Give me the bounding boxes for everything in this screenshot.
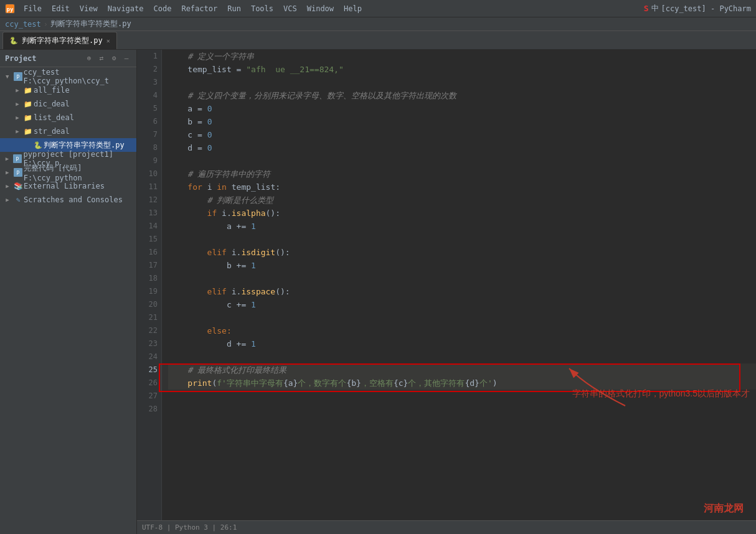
- code-line-8: d = 0: [168, 141, 756, 154]
- annotation-area: 字符串的格式化打印，python3.5以后的版本才: [572, 337, 750, 400]
- tree-arrow-list-deal: ▶: [12, 115, 22, 121]
- ln-11: 11: [141, 180, 158, 194]
- cursor-position: UTF-8 | Python 3 | 26:1: [142, 523, 237, 532]
- code-line-20: c += 1: [168, 298, 756, 311]
- ln-26: 26: [141, 377, 158, 390]
- tree-label-judge: 判断字符串字符类型.py: [44, 140, 125, 151]
- sidebar-tree: ▼ P ccy_test F:\ccy_python\ccy_t ▶ 📁 all…: [0, 67, 136, 534]
- breadcrumb-sep: ›: [44, 20, 48, 29]
- project-icon: P: [12, 72, 24, 81]
- tree-arrow-str-deal: ▶: [12, 128, 22, 134]
- tree-label-complete: 完整代码 [代码] F:\ccy_python: [24, 163, 136, 182]
- project-icon-pyproject: P: [12, 154, 23, 163]
- sidebar-add-button[interactable]: ⊕: [84, 54, 94, 63]
- tab-label: 判断字符串字符类型.py: [22, 35, 103, 46]
- menu-vcs[interactable]: VCS: [278, 0, 302, 17]
- tree-item-ccy-test[interactable]: ▼ P ccy_test F:\ccy_python\ccy_t: [0, 70, 136, 83]
- ln-3: 3: [141, 76, 158, 89]
- ime-indicator: 中: [651, 3, 659, 14]
- title-text: [ccy_test] - PyCharm: [661, 4, 752, 13]
- ln-25: 25: [141, 363, 158, 377]
- menu-code[interactable]: Code: [149, 0, 177, 17]
- code-line-15: [168, 233, 756, 246]
- ext-libs-icon: 📚: [12, 182, 24, 190]
- menu-refactor[interactable]: Refactor: [176, 0, 222, 17]
- code-line-4: # 定义四个变量，分别用来记录字母、数字、空格以及其他字符出现的次数: [168, 89, 756, 102]
- code-lines-container[interactable]: # 定义一个字符串 temp_list = "afh ue __21==824,…: [162, 50, 756, 520]
- sidebar: Project ⊕ ⇄ ⚙ — ▼ P ccy_test F:\ccy_pyth…: [0, 50, 137, 534]
- tab-judge-file[interactable]: 🐍 判断字符串字符类型.py ✕: [2, 32, 117, 49]
- ln-17: 17: [141, 259, 158, 272]
- ln-6: 6: [141, 115, 158, 128]
- code-line-2: temp_list = "afh ue __21==824,": [168, 63, 756, 76]
- ln-4: 4: [141, 89, 158, 102]
- sidebar-sync-button[interactable]: ⇄: [97, 54, 106, 63]
- project-icon-complete: P: [12, 168, 24, 177]
- code-line-1: # 定义一个字符串: [168, 50, 756, 63]
- code-line-7: c = 0: [168, 128, 756, 141]
- tree-item-all-file[interactable]: ▶ 📁 all_file: [0, 83, 136, 97]
- tree-item-complete-code[interactable]: ▶ P 完整代码 [代码] F:\ccy_python: [0, 166, 136, 179]
- ln-1: 1: [141, 50, 158, 63]
- breadcrumb-project[interactable]: ccy_test: [5, 20, 41, 29]
- ln-16: 16: [141, 246, 158, 259]
- title-bar-right: S 中 [ccy_test] - PyCharm: [644, 3, 751, 14]
- code-line-5: a = 0: [168, 102, 756, 115]
- menu-help[interactable]: Help: [339, 0, 367, 17]
- menu-tools[interactable]: Tools: [246, 0, 278, 17]
- menu-window[interactable]: Window: [302, 0, 339, 17]
- ln-8: 8: [141, 141, 158, 154]
- ln-2: 2: [141, 63, 158, 76]
- sidebar-collapse-button[interactable]: —: [121, 54, 131, 63]
- menu-view[interactable]: View: [75, 0, 103, 17]
- tree-label-ext-libs: External Libraries: [24, 182, 105, 190]
- annotation-arrow: [563, 362, 638, 412]
- svg-text:P: P: [16, 75, 19, 80]
- menu-navigate[interactable]: Navigate: [103, 0, 149, 17]
- code-line-9: [168, 154, 756, 167]
- menu-edit[interactable]: Edit: [47, 0, 75, 17]
- sidebar-settings-button[interactable]: ⚙: [109, 54, 119, 63]
- tree-item-dic-deal[interactable]: ▶ 📁 dic_deal: [0, 97, 136, 111]
- ln-22: 22: [141, 324, 158, 337]
- code-line-11: for i in temp_list:: [168, 180, 756, 194]
- tree-item-list-deal[interactable]: ▶ 📁 list_deal: [0, 111, 136, 124]
- svg-text:P: P: [16, 157, 19, 162]
- breadcrumb-bar: ccy_test › 判断字符串字符类型.py: [0, 17, 756, 31]
- menu-file[interactable]: File: [19, 0, 47, 17]
- line-numbers: 1 2 3 4 5 6 7 8 9 10 11 12 13 14 15 16 1: [137, 50, 162, 520]
- ln-10: 10: [141, 167, 158, 180]
- code-line-14: a += 1: [168, 220, 756, 233]
- file-icon-judge: 🐍: [32, 141, 44, 149]
- sidebar-actions: ⊕ ⇄ ⚙ —: [84, 54, 131, 63]
- code-line-17: b += 1: [168, 259, 756, 272]
- code-line-28: [168, 403, 756, 416]
- main-layout: Project ⊕ ⇄ ⚙ — ▼ P ccy_test F:\ccy_pyth…: [0, 50, 756, 534]
- tree-label-str-deal: str_deal: [34, 127, 70, 136]
- tree-arrow-scratches: ▶: [2, 197, 12, 203]
- ln-13: 13: [141, 207, 158, 220]
- code-line-13: if i.isalpha():: [168, 207, 756, 220]
- bottom-bar: UTF-8 | Python 3 | 26:1: [137, 520, 756, 534]
- tree-item-str-deal[interactable]: ▶ 📁 str_deal: [0, 124, 136, 138]
- tree-item-scratches[interactable]: ▶ ✎ Scratches and Consoles: [0, 193, 136, 207]
- ln-24: 24: [141, 350, 158, 363]
- ln-23: 23: [141, 337, 158, 350]
- ln-9: 9: [141, 154, 158, 167]
- menu-run[interactable]: Run: [222, 0, 246, 17]
- tab-close-button[interactable]: ✕: [106, 37, 110, 44]
- tree-label-list-deal: list_deal: [34, 113, 74, 122]
- svg-text:P: P: [16, 171, 19, 176]
- tree-arrow-all-file: ▶: [12, 87, 22, 93]
- sougou-icon: S: [644, 4, 649, 13]
- folder-icon-all-file: 📁: [22, 87, 34, 95]
- ln-27: 27: [141, 390, 158, 403]
- code-content[interactable]: 1 2 3 4 5 6 7 8 9 10 11 12 13 14 15 16 1: [137, 50, 756, 520]
- folder-icon-dic-deal: 📁: [22, 100, 34, 108]
- tab-icon: 🐍: [9, 37, 18, 45]
- tree-arrow-dic-deal: ▶: [12, 101, 22, 107]
- tree-arrow-complete: ▶: [2, 169, 12, 176]
- tree-label-all-file: all_file: [34, 86, 70, 95]
- tree-arrow-ccy-test: ▼: [2, 73, 12, 80]
- breadcrumb-file[interactable]: 判断字符串字符类型.py: [50, 19, 131, 29]
